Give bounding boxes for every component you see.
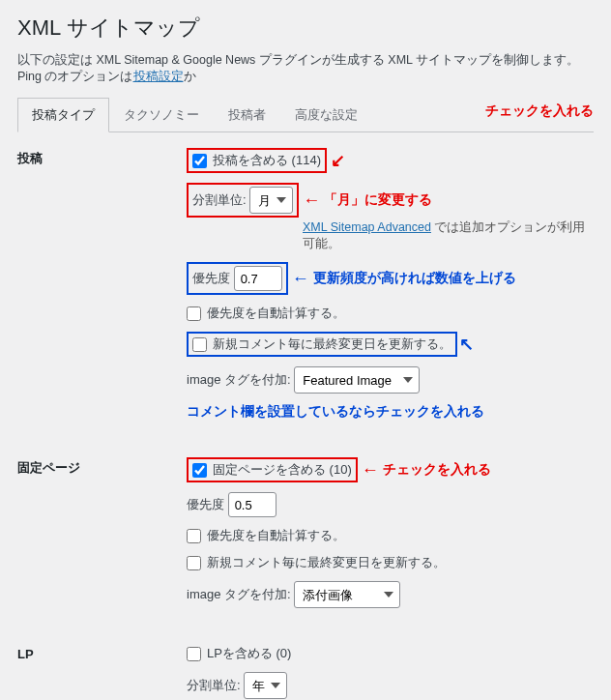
lp-include-label[interactable]: LPを含める (0) [187,645,291,662]
annotation-comment: コメント欄を設置しているならチェックを入れる [187,403,484,421]
section-posts-label: 投稿 [17,148,187,430]
pages-auto-priority-label[interactable]: 優先度を自動計算する。 [187,527,345,544]
section-pages-label: 固定ページ [17,457,187,618]
posts-update-comment-checkbox[interactable] [192,337,207,352]
section-pages: 固定ページ 固定ページを含める (10) ← チェックを入れる 優先度 [17,457,594,618]
lp-include-checkbox[interactable] [187,647,201,661]
section-lp: LP LPを含める (0) 分割単位: 年 XML Sitemap Advanc… [17,645,594,700]
arrow-icon: ← [303,190,320,211]
pages-auto-priority-checkbox[interactable] [187,529,201,543]
posts-auto-priority-checkbox[interactable] [187,306,201,321]
annotation-check-1: チェックを入れる [485,97,594,131]
pages-priority-input[interactable] [228,492,276,517]
arrow-icon: ↙ [331,150,345,171]
advanced-link-1[interactable]: XML Sitemap Advanced [303,220,431,234]
section-posts: 投稿 投稿を含める (114) ↙ 分割単位: 月 ← 「月」に変更する [17,148,594,430]
pages-image-select[interactable]: 添付画像 [294,581,400,608]
tabs: 投稿タイプ タクソノミー 投稿者 高度な設定 チェックを入れる [17,97,594,132]
page-title: XML サイトマップ [17,14,594,43]
pages-include-checkbox[interactable] [192,463,207,478]
pages-update-comment-checkbox[interactable] [187,556,201,570]
arrow-icon: ↖ [459,334,474,355]
posts-include-checkbox[interactable] [192,154,207,168]
section-lp-label: LP [17,645,187,700]
posts-image-select[interactable]: Featured Image [294,366,420,394]
pages-include-label[interactable]: 固定ページを含める (10) [192,461,352,479]
arrow-icon: ← [362,460,379,481]
tab-post-types[interactable]: 投稿タイプ [17,98,109,132]
page-description: 以下の設定は XML Sitemap & Google News プラグインが生… [17,52,594,85]
posts-update-comment-label[interactable]: 新規コメント毎に最終変更日を更新する。 [192,335,451,353]
annotation-check-2: チェックを入れる [383,461,491,479]
pages-image-label: image タグを付加: [187,586,291,603]
lp-split-select[interactable]: 年 [244,672,287,699]
posts-priority-input[interactable] [234,266,282,291]
posts-split-select[interactable]: 月 [249,187,293,214]
posts-priority-label: 優先度 [192,270,230,287]
posts-split-label: 分割単位: [192,191,247,209]
pages-priority-label: 優先度 [187,496,224,513]
tab-authors[interactable]: 投稿者 [214,98,280,132]
pages-update-comment-label[interactable]: 新規コメント毎に最終変更日を更新する。 [187,554,446,571]
tab-taxonomies[interactable]: タクソノミー [109,98,214,132]
posts-include-label[interactable]: 投稿を含める (114) [192,152,321,169]
tab-advanced[interactable]: 高度な設定 [280,98,372,132]
arrow-icon: ← [292,269,309,289]
annotation-month: 「月」に変更する [324,191,432,209]
lp-split-label: 分割単位: [187,677,241,694]
posts-image-label: image タグを付加: [187,371,291,389]
post-settings-link[interactable]: 投稿設定 [133,70,184,83]
annotation-priority: 更新頻度が高ければ数値を上げる [313,270,516,287]
posts-auto-priority-label[interactable]: 優先度を自動計算する。 [187,305,345,322]
